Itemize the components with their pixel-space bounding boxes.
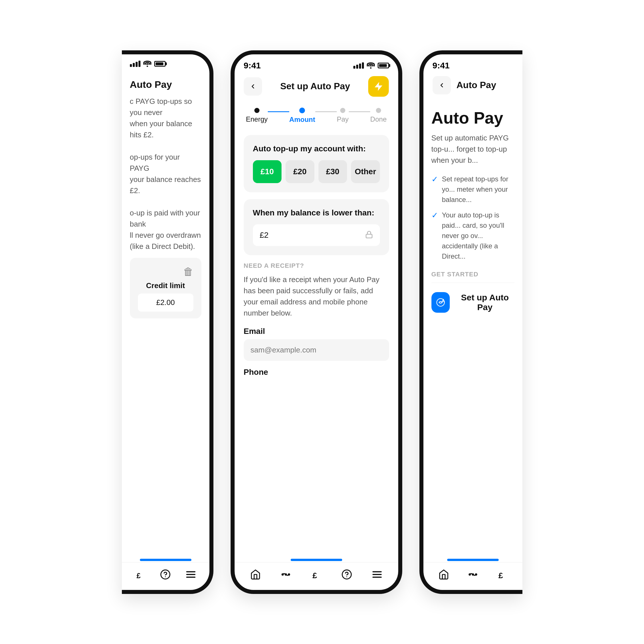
trash-icon[interactable]: 🗑 xyxy=(183,266,193,278)
balance-card: When my balance is lower than: £2 xyxy=(244,199,389,255)
step-line-2 xyxy=(315,111,337,112)
menu-nav-icon-center[interactable] xyxy=(370,567,385,582)
credit-card: 🗑 Credit limit £2.00 xyxy=(130,258,201,318)
bottom-indicator-center xyxy=(291,559,342,561)
check-list: ✓ Set repeat top-ups for yo... meter whe… xyxy=(431,174,514,261)
wifi-icon xyxy=(143,61,151,67)
status-bar-right: 9:41 xyxy=(423,54,522,73)
pound-nav-icon-center[interactable]: £ xyxy=(309,567,324,582)
time-center: 9:41 xyxy=(244,61,261,70)
check-mark-2: ✓ xyxy=(431,211,438,220)
check-item-2: ✓ Your auto top-up is paid... card, so y… xyxy=(431,210,514,261)
divider xyxy=(431,283,514,283)
left-description: c PAYG top-ups so you never when your ba… xyxy=(130,96,201,252)
setup-btn-label: Set up Auto Pay xyxy=(455,293,514,312)
step-label-energy: Energy xyxy=(246,115,268,123)
left-title: Auto Pay xyxy=(130,79,201,90)
amount-10-button[interactable]: £10 xyxy=(253,160,282,183)
svg-marker-6 xyxy=(375,82,382,90)
bottom-indicator-left xyxy=(140,559,191,561)
center-content: Auto top-up my account with: £10 £20 £30… xyxy=(235,129,398,559)
home-nav-icon-center[interactable] xyxy=(248,567,263,582)
back-button-center[interactable] xyxy=(244,77,262,96)
back-button-right[interactable] xyxy=(433,76,451,94)
step-done: Done xyxy=(370,108,387,123)
right-content: Auto Pay Set up automatic PAYG top-u... … xyxy=(423,100,522,559)
status-bar-left xyxy=(122,54,209,70)
step-line-3 xyxy=(349,111,370,112)
email-label: Email xyxy=(244,327,389,336)
svg-text:£: £ xyxy=(136,571,140,579)
svg-text:£: £ xyxy=(313,570,317,580)
pound-nav-icon-right[interactable]: £ xyxy=(495,567,510,582)
amount-30-button[interactable]: £30 xyxy=(318,160,347,183)
email-input[interactable] xyxy=(244,339,389,361)
check-text-2: Your auto top-up is paid... card, so you… xyxy=(442,210,514,261)
dots-nav-icon-right[interactable] xyxy=(465,567,480,582)
step-dot-done xyxy=(376,108,381,113)
receipt-text: If you'd like a receipt when your Auto P… xyxy=(244,274,389,319)
credit-label: Credit limit xyxy=(138,281,193,290)
amount-other-button[interactable]: Other xyxy=(351,160,380,183)
check-text-1: Set repeat top-ups for yo... meter when … xyxy=(442,174,514,205)
step-dot-energy xyxy=(254,108,259,113)
phone-left: Auto Pay c PAYG top-ups so you never whe… xyxy=(122,50,213,594)
header-title-center: Set up Auto Pay xyxy=(280,81,350,92)
battery-icon-center xyxy=(378,63,389,68)
bottom-nav-right: £ xyxy=(423,562,522,590)
lightning-button[interactable] xyxy=(368,76,389,97)
scene: Auto Pay c PAYG top-ups so you never whe… xyxy=(0,0,644,644)
step-dot-amount xyxy=(299,108,305,113)
step-label-pay: Pay xyxy=(337,115,348,123)
phone-label: Phone xyxy=(244,368,389,377)
setup-autopay-button[interactable]: Set up Auto Pay xyxy=(431,290,514,315)
bottom-nav-left: £ xyxy=(122,562,209,590)
step-line-1 xyxy=(268,111,290,112)
step-pay: Pay xyxy=(337,108,348,123)
topup-card: Auto top-up my account with: £10 £20 £30… xyxy=(244,135,389,192)
bottom-indicator-right xyxy=(447,559,499,561)
svg-text:£: £ xyxy=(498,570,503,580)
step-label-amount: Amount xyxy=(289,116,315,124)
balance-value: £2 xyxy=(260,231,269,240)
credit-value: £2.00 xyxy=(138,294,193,312)
status-icons-center xyxy=(353,62,389,69)
status-bar-center: 9:41 xyxy=(235,54,398,73)
right-description: Set up automatic PAYG top-u... forget to… xyxy=(431,132,514,166)
get-started-label: GET STARTED xyxy=(431,271,514,278)
setup-btn-icon xyxy=(431,292,450,313)
lock-icon xyxy=(365,231,373,240)
header-title-right: Auto Pay xyxy=(457,80,496,90)
menu-nav-icon[interactable] xyxy=(183,567,198,582)
check-mark-1: ✓ xyxy=(431,175,438,184)
question-nav-icon-center[interactable] xyxy=(339,567,354,582)
left-content: Auto Pay c PAYG top-ups so you never whe… xyxy=(122,70,209,559)
dots-nav-icon-center[interactable] xyxy=(278,567,293,582)
step-dot-pay xyxy=(340,108,345,113)
step-energy: Energy xyxy=(246,108,268,123)
nav-bar-right: Auto Pay xyxy=(423,73,522,100)
svg-rect-7 xyxy=(366,234,372,238)
battery-icon xyxy=(154,61,166,67)
phone-right: 9:41 xyxy=(419,50,522,594)
amount-20-button[interactable]: £20 xyxy=(286,160,314,183)
bottom-nav-center: £ xyxy=(235,562,398,590)
signal-icon-center xyxy=(353,62,364,69)
wifi-icon-center xyxy=(367,62,375,69)
question-nav-icon[interactable] xyxy=(158,567,173,582)
pound-nav-icon[interactable]: £ xyxy=(133,567,148,582)
balance-row: £2 xyxy=(253,224,380,246)
nav-bar-center: Set up Auto Pay xyxy=(235,73,398,102)
time-right: 9:41 xyxy=(433,61,450,70)
step-amount: Amount xyxy=(289,108,315,124)
check-item-1: ✓ Set repeat top-ups for yo... meter whe… xyxy=(431,174,514,205)
right-page-title: Auto Pay xyxy=(431,109,514,127)
progress-steps: Energy Amount Pay Done xyxy=(235,102,398,129)
phone-center: 9:41 xyxy=(231,50,402,594)
amount-grid: £10 £20 £30 Other xyxy=(253,160,380,183)
balance-card-title: When my balance is lower than: xyxy=(253,208,380,217)
signal-icon xyxy=(130,61,140,67)
home-nav-icon-right[interactable] xyxy=(436,567,451,582)
svg-point-17 xyxy=(437,299,444,306)
receipt-section-label: NEED A RECEIPT? xyxy=(244,262,389,270)
